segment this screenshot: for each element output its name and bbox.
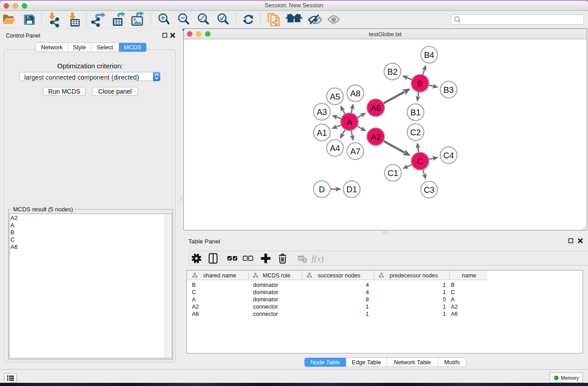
svg-text:A4: A4	[330, 143, 340, 153]
svg-text:A5: A5	[330, 92, 340, 101]
svg-text:A: A	[347, 117, 353, 127]
svg-text:f(x): f(x)	[311, 254, 324, 264]
svg-text:B: B	[192, 282, 196, 288]
svg-text:A6: A6	[192, 311, 199, 317]
svg-text:D: D	[319, 185, 325, 194]
svg-text:A1: A1	[317, 128, 327, 138]
svg-text:A2: A2	[371, 132, 381, 142]
svg-text:C: C	[192, 289, 196, 295]
svg-text:A2: A2	[192, 304, 199, 310]
svg-text:shared name: shared name	[203, 272, 236, 279]
svg-text:B: B	[417, 79, 423, 88]
svg-text:predecessor nodes: predecessor nodes	[390, 272, 438, 279]
svg-text:successor nodes: successor nodes	[318, 272, 360, 279]
svg-text:0: 0	[443, 296, 446, 303]
svg-text:B2: B2	[387, 67, 398, 76]
svg-text:C: C	[451, 289, 455, 295]
svg-text:A7: A7	[350, 147, 361, 156]
svg-text:C3: C3	[424, 185, 435, 195]
svg-text:D1: D1	[346, 185, 357, 194]
svg-text:C: C	[417, 157, 423, 166]
svg-text:A6: A6	[371, 103, 381, 113]
svg-text:1: 1	[443, 311, 446, 317]
svg-text:C2: C2	[410, 128, 421, 137]
svg-text:B1: B1	[411, 108, 421, 117]
svg-text:B3: B3	[444, 85, 454, 95]
svg-text:4: 4	[366, 289, 369, 295]
svg-text:4: 4	[366, 282, 369, 288]
svg-text:C4: C4	[443, 151, 454, 160]
svg-text:dominator: dominator	[253, 296, 278, 303]
svg-text:name: name	[462, 272, 476, 279]
svg-text:1: 1	[443, 289, 446, 295]
svg-text:8: 8	[366, 296, 369, 303]
svg-text:A: A	[192, 296, 196, 303]
svg-text:connector: connector	[253, 304, 278, 310]
svg-text:1: 1	[366, 311, 369, 317]
svg-text:A8: A8	[350, 89, 361, 98]
svg-text:A: A	[451, 296, 455, 303]
svg-text:1: 1	[443, 282, 446, 288]
svg-text:dominator: dominator	[253, 282, 278, 288]
svg-text:B: B	[451, 282, 454, 288]
svg-text:A6: A6	[451, 311, 458, 317]
svg-text:A2: A2	[451, 304, 458, 310]
svg-text:dominator: dominator	[253, 289, 278, 295]
svg-text:1: 1	[366, 304, 369, 310]
svg-text:A3: A3	[317, 107, 327, 117]
svg-text:1: 1	[443, 304, 446, 310]
svg-text:MCDS role: MCDS role	[263, 272, 290, 279]
svg-text:connector: connector	[253, 311, 278, 317]
svg-text:B4: B4	[424, 50, 435, 60]
svg-text:C1: C1	[387, 168, 398, 178]
